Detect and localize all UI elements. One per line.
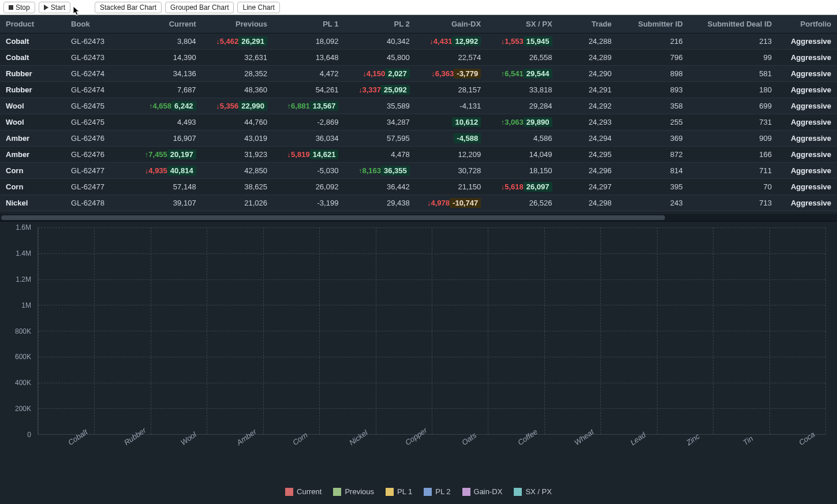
column-header[interactable]: Previous — [202, 15, 273, 33]
legend-item[interactable]: Current — [285, 487, 322, 496]
legend: CurrentPreviousPL 1PL 2Gain-DXSX / PX — [0, 487, 837, 496]
x-tick-label: Amber — [235, 427, 258, 447]
x-tick-label: Oats — [460, 431, 478, 447]
table-row[interactable]: CornGL-62477↓4,935 40,81442,850-5,030↑8,… — [0, 163, 837, 179]
x-tick-label: Corn — [291, 431, 309, 447]
start-button[interactable]: Start — [39, 2, 70, 13]
column-header[interactable]: PL 2 — [344, 15, 415, 33]
y-tick-label: 1M — [6, 301, 31, 309]
x-tick-label: Copper — [403, 426, 429, 447]
x-tick-label: Tin — [741, 434, 754, 447]
x-tick-label: Coca — [797, 430, 816, 447]
table-row[interactable]: CornGL-6247757,14838,62526,09236,44221,1… — [0, 179, 837, 195]
stop-label: Stop — [16, 3, 30, 12]
scrollbar-thumb[interactable] — [1, 215, 665, 220]
column-header[interactable]: Submitter ID — [617, 15, 688, 33]
column-header[interactable]: SX / PX — [487, 15, 558, 33]
table-row[interactable]: CobaltGL-624733,804↓5,462 26,29118,09240… — [0, 33, 837, 50]
table-row[interactable]: WoolGL-62475↑4,658 6,242↓5,356 22,990↑6,… — [0, 98, 837, 114]
legend-item[interactable]: Previous — [333, 487, 374, 496]
column-header[interactable]: Portfolio — [778, 15, 837, 33]
column-header[interactable]: Trade — [558, 15, 618, 33]
table-row[interactable]: AmberGL-6247616,90743,01936,03457,595-4,… — [0, 130, 837, 147]
toolbar: Stop Start Stacked Bar Chart Grouped Bar… — [0, 0, 837, 15]
column-header[interactable]: Gain-DX — [416, 15, 487, 33]
table-row[interactable]: AmberGL-62476↑7,455 20,19731,923↓5,819 1… — [0, 147, 837, 163]
column-header[interactable]: PL 1 — [273, 15, 344, 33]
table-row[interactable]: CobaltGL-6247314,39032,63113,64845,80022… — [0, 50, 837, 66]
x-tick-label: Wheat — [573, 427, 595, 447]
y-tick-label: 1.4M — [6, 249, 31, 257]
table-row[interactable]: WoolGL-624754,49344,760-2,86934,28710,61… — [0, 114, 837, 130]
y-tick-label: 1.2M — [6, 275, 31, 283]
start-label: Start — [51, 3, 65, 12]
legend-item[interactable]: PL 1 — [386, 487, 412, 496]
horizontal-scrollbar[interactable] — [0, 214, 837, 221]
stacked-bar-chart-button[interactable]: Stacked Bar Chart — [95, 2, 162, 13]
x-tick-label: Coffee — [516, 427, 539, 447]
column-header[interactable]: Current — [130, 15, 201, 33]
y-axis: 0200K400K600K800K1M1.2M1.4M1.6M — [6, 227, 35, 435]
y-tick-label: 600K — [6, 353, 31, 361]
grouped-bar-chart: 0200K400K600K800K1M1.2M1.4M1.6M CobaltRu… — [0, 222, 837, 504]
y-tick-label: 800K — [6, 327, 31, 335]
plot-area: CobaltRubberWoolAmberCornNickelCopperOat… — [38, 227, 825, 435]
legend-item[interactable]: PL 2 — [424, 487, 450, 496]
x-tick-label: Nickel — [347, 428, 369, 447]
grouped-bar-chart-button[interactable]: Grouped Bar Chart — [165, 2, 234, 13]
stop-icon — [9, 5, 13, 10]
x-tick-label: Lead — [629, 430, 647, 447]
x-tick-label: Wool — [179, 430, 198, 447]
table-row[interactable]: NickelGL-6247839,10721,026-3,19929,438↓4… — [0, 195, 837, 211]
play-icon — [44, 5, 48, 10]
y-tick-label: 400K — [6, 379, 31, 387]
column-header[interactable]: Book — [65, 15, 130, 33]
table-row[interactable]: RubberGL-624747,68748,36054,261↓3,337 25… — [0, 82, 837, 98]
column-header[interactable]: Submitted Deal ID — [689, 15, 778, 33]
y-tick-label: 0 — [6, 431, 31, 439]
stop-button[interactable]: Stop — [3, 2, 35, 13]
y-tick-label: 1.6M — [6, 223, 31, 232]
x-tick-label: Cobalt — [66, 427, 89, 447]
column-header[interactable]: Product — [0, 15, 65, 33]
data-grid[interactable]: ProductBookCurrentPreviousPL 1PL 2Gain-D… — [0, 15, 837, 222]
x-tick-label: Rubber — [122, 426, 148, 447]
legend-item[interactable]: Gain-DX — [462, 487, 503, 496]
legend-item[interactable]: SX / PX — [514, 487, 552, 496]
table-row[interactable]: RubberGL-6247434,13628,3524,472↓4,150 2,… — [0, 66, 837, 82]
y-tick-label: 200K — [6, 405, 31, 413]
line-chart-button[interactable]: Line Chart — [237, 2, 279, 13]
